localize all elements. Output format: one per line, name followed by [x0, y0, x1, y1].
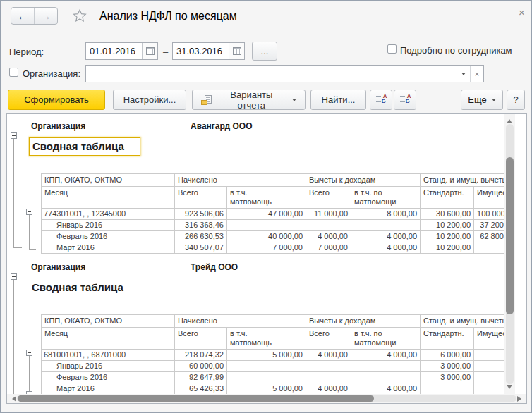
- report-cell[interactable]: 4 000,00: [306, 231, 351, 242]
- report-header-cell[interactable]: в т.ч. матпомощь: [227, 328, 306, 350]
- report-cell[interactable]: 4 000,00: [351, 242, 421, 254]
- report-header-cell[interactable]: в т.ч. по матпомощи: [351, 328, 421, 350]
- report-cell[interactable]: Февраль 2016: [42, 231, 175, 242]
- report-cell[interactable]: 8 000,00: [351, 209, 421, 220]
- report-cell[interactable]: [351, 372, 421, 383]
- report-cell[interactable]: 5 000,00: [227, 350, 306, 361]
- scroll-right-icon[interactable]: [517, 396, 524, 402]
- report-header-cell[interactable]: Станд. и имущ. вычеты: [421, 315, 505, 328]
- report-variants-button[interactable]: Варианты отчета: [192, 90, 306, 110]
- report-header-cell[interactable]: Начислено: [175, 315, 306, 328]
- report-cell[interactable]: 4 000,00: [351, 350, 421, 361]
- collapse-all-groups-button[interactable]: АБ: [394, 90, 416, 110]
- report-cell[interactable]: [306, 361, 351, 372]
- organization-checkbox[interactable]: [9, 68, 18, 77]
- report-cell[interactable]: 774301001, , 12345000: [42, 209, 175, 220]
- organization-input[interactable]: [86, 66, 457, 82]
- report-cell[interactable]: Январь 2016: [42, 361, 175, 372]
- settings-button[interactable]: Настройки...: [113, 90, 186, 110]
- report-cell[interactable]: 92 647,99: [175, 372, 227, 383]
- favorite-star-icon[interactable]: [72, 8, 87, 25]
- report-cell[interactable]: [351, 361, 421, 372]
- report-cell[interactable]: 7 000,00: [227, 242, 306, 254]
- detail-by-employees-checkbox[interactable]: [387, 44, 397, 54]
- report-header-cell[interactable]: Вычеты к доходам: [306, 315, 421, 328]
- report-cell[interactable]: 62 800,: [474, 231, 505, 242]
- group-collapse-button[interactable]: [11, 273, 17, 280]
- report-header-cell[interactable]: КПП, ОКАТО, ОКТМО: [42, 174, 175, 187]
- help-button[interactable]: ?: [507, 90, 525, 110]
- generate-button[interactable]: Сформировать: [8, 90, 105, 110]
- org-row[interactable]: ОрганизацияТрейд ООО: [28, 258, 505, 276]
- dropdown-arrow-icon[interactable]: [457, 66, 470, 82]
- horizontal-scroll-thumb[interactable]: [18, 395, 374, 402]
- report-header-cell[interactable]: Всего: [175, 187, 227, 209]
- report-cell[interactable]: 100 000,: [474, 209, 505, 220]
- report-header-cell[interactable]: Вычеты к доходам: [306, 174, 421, 187]
- scroll-left-icon[interactable]: [9, 396, 16, 402]
- group-collapse-button[interactable]: [26, 209, 32, 215]
- more-actions-button[interactable]: Еще: [461, 90, 503, 110]
- report-cell[interactable]: [306, 220, 351, 231]
- find-button[interactable]: Найти...: [310, 90, 366, 110]
- report-header-cell[interactable]: Станд. и имущ. вычеты: [421, 174, 505, 187]
- report-header-cell[interactable]: Имуществ.: [474, 328, 505, 350]
- report-cell[interactable]: Март 2016: [42, 242, 175, 254]
- date-to-input[interactable]: [173, 43, 229, 59]
- section-subtitle[interactable]: Сводная таблица: [29, 279, 131, 296]
- report-header-cell[interactable]: Начислено: [175, 174, 306, 187]
- report-header-cell[interactable]: Месяц: [42, 328, 175, 350]
- forward-button[interactable]: →: [35, 8, 57, 24]
- report-cell[interactable]: 3 000,00: [421, 372, 474, 383]
- clear-icon[interactable]: ×: [470, 66, 483, 82]
- vertical-scrollbar[interactable]: [504, 114, 515, 394]
- report-header-cell[interactable]: Имуществ.: [474, 187, 505, 209]
- report-cell[interactable]: 3 000,00: [421, 361, 474, 372]
- selected-cell[interactable]: Сводная таблица: [29, 137, 140, 156]
- report-cell[interactable]: 37 200,: [474, 220, 505, 231]
- report-cell[interactable]: [227, 220, 306, 231]
- report-cell[interactable]: 10 200,00: [421, 231, 474, 242]
- report-cell[interactable]: 40 000,00: [227, 231, 306, 242]
- report-cell[interactable]: [474, 361, 505, 372]
- report-header-cell[interactable]: Стандартн.: [421, 187, 474, 209]
- choose-period-button[interactable]: ...: [252, 42, 277, 61]
- report-cell[interactable]: Январь 2016: [42, 220, 175, 231]
- report-header-cell[interactable]: Месяц: [42, 187, 175, 209]
- calendar-button[interactable]: [229, 43, 244, 59]
- report-cell[interactable]: 47 000,00: [227, 209, 306, 220]
- back-button[interactable]: ←: [11, 8, 35, 24]
- scroll-up-icon[interactable]: [507, 116, 512, 123]
- expand-all-groups-button[interactable]: АБ: [370, 90, 392, 110]
- scroll-down-icon[interactable]: [507, 385, 512, 392]
- report-cell[interactable]: [474, 383, 505, 395]
- report-cell[interactable]: 60 000,00: [175, 361, 227, 372]
- report-cell[interactable]: 681001001, , 68701000: [42, 350, 175, 361]
- vertical-scroll-thumb[interactable]: [506, 157, 514, 314]
- report-cell[interactable]: [227, 361, 306, 372]
- report-cell[interactable]: 7 000,00: [306, 242, 351, 254]
- group-collapse-button[interactable]: [11, 132, 17, 139]
- group-collapse-button[interactable]: [26, 350, 32, 356]
- report-cell[interactable]: 266 630,53: [175, 231, 227, 242]
- report-header-cell[interactable]: в т.ч. матпомощь: [227, 187, 306, 209]
- report-cell[interactable]: 4 000,00: [306, 383, 351, 395]
- report-cell[interactable]: Февраль 2016: [42, 372, 175, 383]
- report-cell[interactable]: [421, 383, 474, 395]
- close-icon[interactable]: ×: [514, 5, 529, 20]
- report-cell[interactable]: [474, 372, 505, 383]
- report-header-cell[interactable]: в т.ч. по матпомощи: [351, 187, 421, 209]
- report-cell[interactable]: 10 200,00: [421, 242, 474, 254]
- report-cell[interactable]: 4 000,00: [351, 231, 421, 242]
- report-cell[interactable]: [474, 242, 505, 254]
- report-cell[interactable]: 6 000,00: [421, 350, 474, 361]
- report-cell[interactable]: 30 600,00: [421, 209, 474, 220]
- report-cell[interactable]: 316 368,46: [175, 220, 227, 231]
- report-cell[interactable]: [474, 350, 505, 361]
- report-header-cell[interactable]: КПП, ОКАТО, ОКТМО: [42, 315, 175, 328]
- calendar-button[interactable]: [142, 43, 157, 59]
- report-cell[interactable]: 11 000,00: [306, 209, 351, 220]
- report-cell[interactable]: 4 000,00: [306, 350, 351, 361]
- report-cell[interactable]: 340 507,07: [175, 242, 227, 254]
- report-cell[interactable]: 4 000,00: [351, 383, 421, 395]
